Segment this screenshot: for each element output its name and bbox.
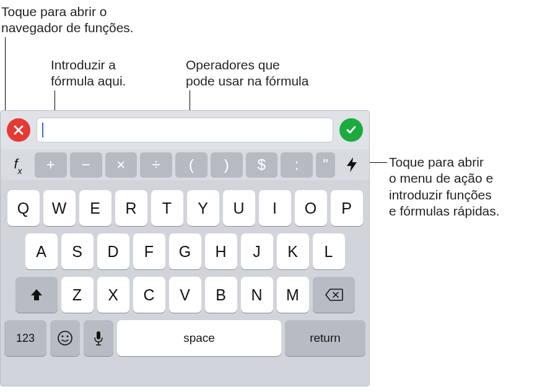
key-emoji[interactable] xyxy=(50,320,80,356)
key-return[interactable]: return xyxy=(285,320,365,356)
key-d[interactable]: D xyxy=(97,233,129,269)
action-menu-button[interactable] xyxy=(338,152,365,177)
keyboard-row-3: Z X C V B N M xyxy=(4,277,365,313)
key-label: 123 xyxy=(16,332,35,345)
formula-input[interactable] xyxy=(37,118,333,142)
key-label: O xyxy=(305,199,316,217)
key-v[interactable]: V xyxy=(169,277,201,313)
fx-button[interactable]: fx xyxy=(4,152,32,177)
key-t[interactable]: T xyxy=(151,190,183,226)
key-a[interactable]: A xyxy=(25,233,58,269)
key-label: R xyxy=(125,199,136,217)
op-label: + xyxy=(46,156,55,173)
key-n[interactable]: N xyxy=(241,277,273,313)
op-colon[interactable]: : xyxy=(281,152,313,177)
op-multiply[interactable]: × xyxy=(105,152,138,177)
formula-bar xyxy=(1,111,369,149)
op-label: × xyxy=(116,156,125,173)
key-s[interactable]: S xyxy=(61,233,94,269)
key-label: I xyxy=(273,199,277,217)
key-b[interactable]: B xyxy=(205,277,237,313)
key-g[interactable]: G xyxy=(169,233,201,269)
shift-icon xyxy=(29,287,44,302)
key-q[interactable]: Q xyxy=(7,190,40,226)
key-label: V xyxy=(180,286,190,304)
key-label: F xyxy=(144,243,154,261)
key-label: X xyxy=(108,286,118,304)
operator-row: fx + − × ÷ ( ) $ : " xyxy=(1,149,369,180)
svg-point-1 xyxy=(62,336,64,338)
callout-formula-input: Introduzir a fórmula aqui. xyxy=(51,57,162,90)
key-k[interactable]: K xyxy=(277,233,309,269)
key-backspace[interactable] xyxy=(313,277,355,313)
op-plus[interactable]: + xyxy=(35,152,67,177)
text-cursor xyxy=(42,123,43,137)
key-r[interactable]: R xyxy=(115,190,147,226)
svg-point-0 xyxy=(58,331,72,345)
key-mic[interactable] xyxy=(84,320,113,356)
op-minus[interactable]: − xyxy=(70,152,102,177)
key-label: C xyxy=(143,286,154,304)
confirm-button[interactable] xyxy=(339,118,363,142)
key-h[interactable]: H xyxy=(205,233,237,269)
key-i[interactable]: I xyxy=(259,190,291,226)
key-space[interactable]: space xyxy=(117,320,281,356)
qwerty-keyboard: Q W E R T Y U I O P A S D F G H J K L Z xyxy=(1,184,369,386)
bolt-icon xyxy=(345,157,359,173)
key-p[interactable]: P xyxy=(331,190,363,226)
svg-point-2 xyxy=(67,336,69,338)
key-label: E xyxy=(90,199,100,217)
key-m[interactable]: M xyxy=(277,277,309,313)
key-label: K xyxy=(287,243,298,261)
close-icon xyxy=(13,124,24,136)
op-label: $ xyxy=(258,156,266,173)
key-w[interactable]: W xyxy=(43,190,76,226)
key-label: space xyxy=(183,331,215,345)
op-dollar[interactable]: $ xyxy=(246,152,278,177)
key-o[interactable]: O xyxy=(295,190,327,226)
key-u[interactable]: U xyxy=(223,190,255,226)
key-label: U xyxy=(233,199,244,217)
key-label: Z xyxy=(72,286,82,304)
key-label: B xyxy=(216,286,226,304)
op-label: ÷ xyxy=(152,156,160,173)
key-label: H xyxy=(215,243,226,261)
mic-icon xyxy=(92,330,105,346)
key-label: S xyxy=(72,243,82,261)
op-label: ( xyxy=(189,156,194,173)
key-label: D xyxy=(107,243,118,261)
key-label: M xyxy=(286,286,299,304)
check-icon xyxy=(345,124,357,136)
key-label: W xyxy=(52,199,67,217)
key-label: A xyxy=(36,243,46,261)
callout-action-menu: Toque para abrir o menu de ação e introd… xyxy=(389,154,547,219)
key-y[interactable]: Y xyxy=(187,190,219,226)
op-quote[interactable]: " xyxy=(316,152,335,177)
op-paren-close[interactable]: ) xyxy=(211,152,243,177)
key-l[interactable]: L xyxy=(313,233,345,269)
key-shift[interactable] xyxy=(15,277,58,313)
op-divide[interactable]: ÷ xyxy=(140,152,172,177)
key-z[interactable]: Z xyxy=(61,277,94,313)
svg-rect-3 xyxy=(97,331,100,339)
callout-fx-browser: Toque para abrir o navegador de funções. xyxy=(1,4,162,37)
key-x[interactable]: X xyxy=(97,277,129,313)
key-label: return xyxy=(310,331,341,345)
keyboard-row-4: 123 space return xyxy=(4,320,365,356)
key-label: Y xyxy=(198,199,208,217)
key-j[interactable]: J xyxy=(241,233,273,269)
op-paren-open[interactable]: ( xyxy=(175,152,207,177)
leader-line xyxy=(367,162,387,163)
cancel-button[interactable] xyxy=(7,118,30,142)
key-label: Q xyxy=(17,199,29,217)
keyboard-row-1: Q W E R T Y U I O P xyxy=(4,190,365,226)
key-label: G xyxy=(179,243,191,261)
op-label: ) xyxy=(224,156,229,173)
key-numbers[interactable]: 123 xyxy=(4,320,46,356)
backspace-icon xyxy=(325,288,343,302)
key-e[interactable]: E xyxy=(79,190,111,226)
op-label: : xyxy=(295,156,299,173)
key-f[interactable]: F xyxy=(133,233,165,269)
key-c[interactable]: C xyxy=(133,277,165,313)
callout-operators: Operadores que pode usar na fórmula xyxy=(186,57,347,90)
